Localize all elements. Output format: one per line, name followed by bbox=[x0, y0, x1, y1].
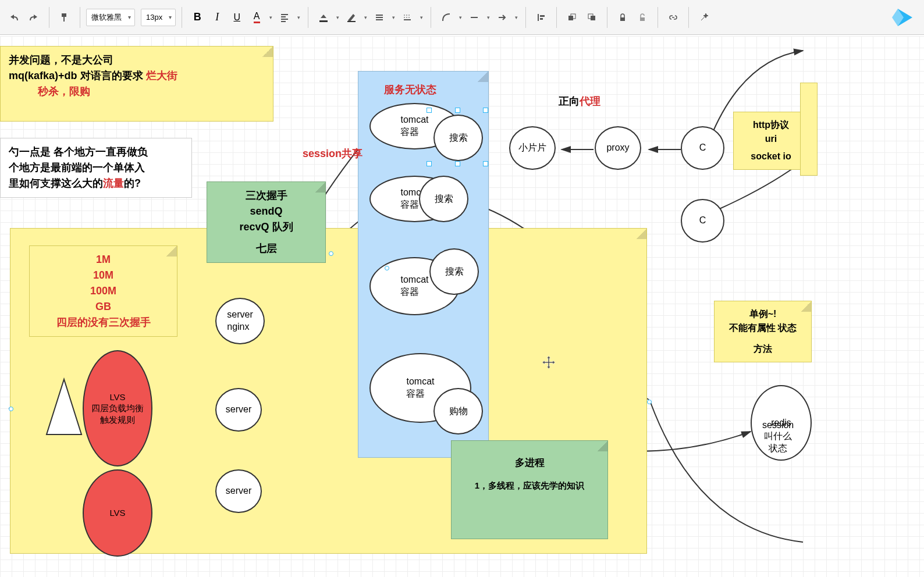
node-server-nginx[interactable]: server nginx bbox=[215, 298, 265, 344]
svg-rect-12 bbox=[640, 17, 645, 21]
node-search-1-selected[interactable]: 搜索 bbox=[433, 115, 483, 161]
dropdown-icon[interactable]: ▾ bbox=[457, 15, 464, 20]
bring-front-button[interactable] bbox=[563, 8, 581, 27]
format-painter-button[interactable] bbox=[55, 8, 74, 27]
svg-rect-3 bbox=[347, 21, 356, 22]
align-left-icon[interactable] bbox=[532, 8, 550, 27]
note-line: 不能有属性 状态 bbox=[723, 321, 803, 335]
node-search-2[interactable]: 搜索 bbox=[419, 176, 468, 222]
dropdown-icon[interactable]: ▾ bbox=[334, 15, 341, 20]
note-multithread[interactable]: 多进程 1，多线程，应该先学的知识 bbox=[451, 440, 608, 539]
border-style-button[interactable] bbox=[398, 8, 417, 27]
font-value: 微软雅黑 bbox=[91, 12, 122, 23]
selection-handle[interactable] bbox=[483, 161, 488, 166]
bold-button[interactable]: B bbox=[188, 8, 207, 27]
connection-point[interactable] bbox=[647, 400, 652, 404]
node-server-1[interactable]: server bbox=[215, 388, 262, 432]
selection-handle[interactable] bbox=[455, 108, 460, 113]
canvas[interactable]: 并发问题，不是大公司 mq(kafka)+db 对语言的要求 烂大街 秒杀，限购… bbox=[0, 36, 924, 577]
node-c-1[interactable]: C bbox=[681, 126, 724, 170]
note-line: 七层 bbox=[215, 241, 317, 257]
line-style-button[interactable] bbox=[370, 8, 389, 27]
magic-button[interactable] bbox=[695, 8, 713, 27]
svg-rect-2 bbox=[319, 20, 328, 22]
note-line: 100M bbox=[38, 283, 169, 299]
node-shopping[interactable]: 购物 bbox=[433, 388, 483, 434]
svg-rect-5 bbox=[540, 15, 545, 17]
align-button[interactable] bbox=[275, 8, 294, 27]
brand-logo bbox=[883, 0, 924, 35]
svg-rect-1 bbox=[63, 17, 65, 22]
note-line: 并发问题，不是大公司 bbox=[9, 52, 265, 68]
connector-curve-button[interactable] bbox=[437, 8, 456, 27]
svg-rect-0 bbox=[62, 13, 66, 17]
selection-handle[interactable] bbox=[427, 108, 432, 113]
dropdown-icon[interactable]: ▾ bbox=[362, 15, 369, 20]
note-singleton[interactable]: 单例~! 不能有属性 状态 方法 bbox=[714, 301, 812, 362]
fill-color-button[interactable] bbox=[314, 8, 333, 27]
send-back-button[interactable] bbox=[582, 8, 601, 27]
font-select[interactable]: 微软雅黑 bbox=[86, 9, 135, 26]
font-color-button[interactable]: A bbox=[247, 8, 266, 27]
connection-point[interactable] bbox=[329, 251, 333, 256]
node-c-2[interactable]: C bbox=[681, 199, 724, 243]
note-line: 里如何支撑这么大的流量的? bbox=[9, 176, 183, 191]
label-session: session共享 bbox=[303, 147, 363, 161]
triangle-node[interactable] bbox=[44, 376, 84, 440]
svg-marker-15 bbox=[47, 379, 81, 434]
dropdown-icon[interactable]: ▾ bbox=[513, 15, 520, 20]
underline-button[interactable]: U bbox=[228, 8, 246, 27]
note-line: 10M bbox=[38, 268, 169, 283]
note-handshake[interactable]: 三次握手 sendQ recvQ 队列 七层 bbox=[207, 181, 326, 263]
selection-handle[interactable] bbox=[483, 108, 488, 113]
dropdown-icon[interactable]: ▾ bbox=[485, 15, 492, 20]
connection-point[interactable] bbox=[9, 407, 13, 411]
node-pieces[interactable]: 小片片 bbox=[509, 126, 556, 170]
svg-rect-11 bbox=[620, 17, 625, 21]
font-size-value: 13px bbox=[146, 13, 162, 22]
node-server-2[interactable]: server bbox=[215, 469, 262, 513]
toolbar: 微软雅黑 13px B I U A▾ ▾ ▾ ▾ ▾ ▾ ▾ ▾ ▾ bbox=[0, 0, 924, 35]
italic-button[interactable]: I bbox=[208, 8, 226, 27]
line-color-button[interactable] bbox=[342, 8, 361, 27]
node-search-3[interactable]: 搜索 bbox=[429, 248, 479, 295]
font-size-select[interactable]: 13px bbox=[141, 9, 176, 26]
node-lvs[interactable]: LVS 四层负载均衡 触发规则 bbox=[83, 350, 152, 466]
note-layers[interactable]: 1M 10M 100M GB 四层的没有三次握手 bbox=[29, 245, 177, 337]
connector-arrow-button[interactable] bbox=[493, 8, 511, 27]
connection-point[interactable] bbox=[385, 266, 389, 270]
note-edge-right[interactable] bbox=[800, 83, 818, 176]
dropdown-icon[interactable]: ▾ bbox=[295, 15, 302, 20]
move-cursor-icon bbox=[541, 355, 555, 369]
dropdown-icon[interactable]: ▾ bbox=[390, 15, 397, 20]
note-line: 1，多线程，应该先学的知识 bbox=[460, 479, 599, 493]
note-http[interactable]: http协议 uri socket io bbox=[733, 112, 809, 170]
link-button[interactable] bbox=[664, 8, 683, 27]
unlock-button[interactable] bbox=[633, 8, 652, 27]
svg-rect-4 bbox=[538, 14, 539, 21]
node-lvs-2[interactable]: LVS bbox=[83, 469, 152, 557]
redo-button[interactable] bbox=[24, 8, 43, 27]
note-line: 多进程 bbox=[460, 455, 599, 471]
label-stateless: 服务无状态 bbox=[384, 83, 436, 97]
selection-handle[interactable] bbox=[427, 161, 432, 166]
note-line: 四层的没有三次握手 bbox=[38, 315, 169, 330]
dropdown-icon[interactable]: ▾ bbox=[267, 15, 274, 20]
undo-button[interactable] bbox=[5, 8, 23, 27]
note-line: 1M bbox=[38, 252, 169, 268]
note-line: 三次握手 bbox=[215, 188, 317, 204]
note-line: 方法 bbox=[723, 342, 803, 356]
node-proxy[interactable]: proxy bbox=[595, 126, 641, 170]
note-line: sendQ bbox=[215, 204, 317, 219]
dropdown-icon[interactable]: ▾ bbox=[418, 15, 425, 20]
note-line: GB bbox=[38, 299, 169, 315]
label-forward-proxy: 正向代理 bbox=[559, 94, 600, 108]
selection-handle[interactable] bbox=[455, 161, 460, 166]
note-top[interactable]: 并发问题，不是大公司 mq(kafka)+db 对语言的要求 烂大街 秒杀，限购 bbox=[0, 46, 273, 122]
note-line: 个地方是最前端的一个单体入 bbox=[9, 160, 183, 176]
note-line: socket io bbox=[742, 149, 800, 163]
connector-line-button[interactable] bbox=[465, 8, 484, 27]
svg-rect-6 bbox=[540, 18, 543, 20]
note-white[interactable]: 勺一点是 各个地方一直再做负 个地方是最前端的一个单体入 里如何支撑这么大的流量… bbox=[0, 138, 192, 198]
lock-button[interactable] bbox=[613, 8, 632, 27]
